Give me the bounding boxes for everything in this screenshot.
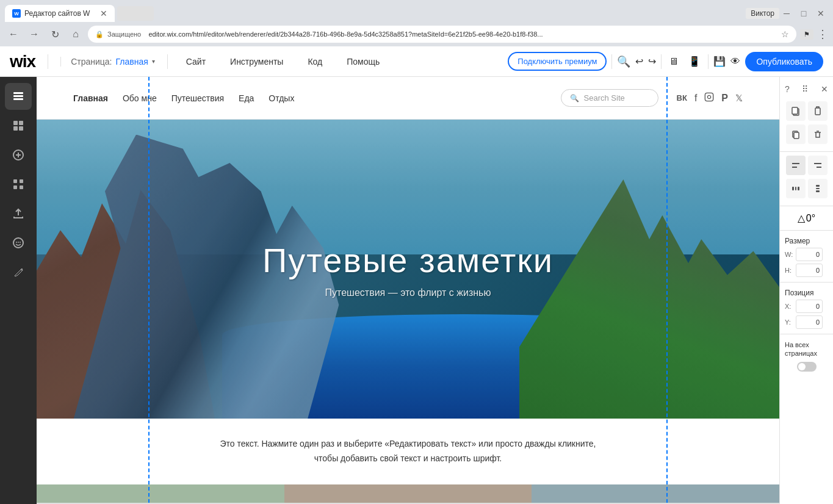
page-selector[interactable]: Страница: Главная ▾ xyxy=(60,57,155,67)
sidebar-apps-icon[interactable] xyxy=(5,171,32,198)
social-icons: ВК f P 𝕏 xyxy=(677,92,743,104)
y-input[interactable] xyxy=(796,315,823,329)
duplicate-button[interactable] xyxy=(786,124,806,144)
window-controls: ─ □ ✕ xyxy=(779,7,828,20)
publish-button[interactable]: Опубликовать xyxy=(745,52,823,71)
panel-duplicate-row xyxy=(786,124,828,144)
address-input[interactable]: 🔒 Защищено editor.wix.com/html/editor/we… xyxy=(88,26,796,43)
sidebar-pages-icon[interactable] xyxy=(5,83,32,110)
panel-grid-icon[interactable]: ⠿ xyxy=(802,84,808,94)
height-input[interactable] xyxy=(796,264,823,277)
tools-menu-button[interactable]: Инструменты xyxy=(224,53,289,70)
sidebar-elements-icon[interactable] xyxy=(5,112,32,139)
sidebar-chat-icon[interactable] xyxy=(5,229,32,256)
strip-item-1 xyxy=(37,484,284,503)
svg-rect-25 xyxy=(792,163,799,164)
desktop-view-button[interactable]: 🖥 xyxy=(666,54,681,70)
upgrade-button[interactable]: Подключить премиум xyxy=(508,52,607,71)
align-left-button[interactable] xyxy=(786,156,806,175)
svg-rect-27 xyxy=(814,163,821,164)
svg-rect-31 xyxy=(798,187,799,190)
tab-favicon: W xyxy=(12,9,21,18)
svg-point-16 xyxy=(18,242,19,243)
width-input-row: W: xyxy=(780,247,833,262)
code-menu-button[interactable]: Код xyxy=(301,53,328,70)
x-input[interactable] xyxy=(796,300,823,313)
bookmark-icon[interactable]: ☆ xyxy=(781,29,789,39)
distribute-v-button[interactable] xyxy=(808,179,828,198)
svg-rect-29 xyxy=(792,187,794,190)
facebook-icon[interactable]: f xyxy=(694,93,697,104)
svg-rect-10 xyxy=(13,179,17,183)
y-label: Y: xyxy=(785,319,793,326)
svg-rect-34 xyxy=(816,190,820,192)
twitter-icon[interactable]: 𝕏 xyxy=(735,93,743,104)
svg-rect-13 xyxy=(20,185,23,189)
svg-rect-33 xyxy=(816,188,820,189)
minimize-button[interactable]: ─ xyxy=(779,7,794,20)
canvas-area[interactable]: Главная Обо мне Путешествия Еда Отдых 🔍 … xyxy=(37,77,779,504)
panel-close-button[interactable]: ✕ xyxy=(821,84,828,94)
panel-rotation: △ 0° xyxy=(793,210,820,226)
copy-button[interactable] xyxy=(786,101,806,121)
instagram-icon[interactable] xyxy=(704,92,714,104)
maximize-button[interactable]: □ xyxy=(796,7,811,20)
extension-icon[interactable]: ⚑ xyxy=(800,29,813,40)
mobile-view-button[interactable]: 📱 xyxy=(686,53,703,70)
svg-point-15 xyxy=(16,242,17,243)
svg-rect-1 xyxy=(13,95,23,97)
svg-rect-2 xyxy=(13,98,23,100)
browser-menu-button[interactable]: ⋮ xyxy=(817,27,828,41)
undo-button[interactable]: ↩ xyxy=(635,56,643,67)
home-button[interactable]: ⌂ xyxy=(67,26,84,43)
toolbar-separator xyxy=(48,54,48,69)
strip-item-2 xyxy=(284,484,532,503)
width-input[interactable] xyxy=(796,248,823,261)
back-button[interactable]: ← xyxy=(5,26,22,43)
refresh-button[interactable]: ↻ xyxy=(46,26,63,43)
delete-button[interactable] xyxy=(808,124,828,144)
body-text-line1: Это текст. Нажмите один раз и выберите «… xyxy=(159,437,657,452)
panel-align-row-1 xyxy=(786,156,828,175)
panel-separator-2 xyxy=(780,206,833,206)
pinterest-icon[interactable]: P xyxy=(721,93,728,104)
search-icon: 🔍 xyxy=(570,94,579,103)
sidebar-add-icon[interactable] xyxy=(5,142,32,168)
on-all-pages-toggle-row xyxy=(792,361,821,373)
forward-button[interactable]: → xyxy=(26,26,43,43)
sidebar-upload-icon[interactable] xyxy=(5,200,32,227)
nav-about[interactable]: Обо мне xyxy=(123,93,157,103)
text-section[interactable]: Это текст. Нажмите один раз и выберите «… xyxy=(37,419,779,484)
svg-rect-32 xyxy=(816,185,820,187)
user-badge: Виктор xyxy=(746,8,779,19)
svg-rect-4 xyxy=(19,121,23,125)
address-bar: ← → ↻ ⌂ 🔒 Защищено editor.wix.com/html/e… xyxy=(0,22,833,46)
redo-button[interactable]: ↪ xyxy=(648,56,656,67)
site-search-box[interactable]: 🔍 Search Site xyxy=(561,89,658,107)
search-button[interactable]: 🔍 xyxy=(617,55,630,68)
on-all-pages-toggle[interactable] xyxy=(797,362,817,372)
save-button[interactable]: 💾 xyxy=(713,56,726,67)
wix-logo: wix xyxy=(10,52,35,71)
height-label: H: xyxy=(785,267,793,274)
nav-food[interactable]: Еда xyxy=(239,93,254,103)
panel-help-icon[interactable]: ? xyxy=(785,84,790,94)
site-menu-button[interactable]: Сайт xyxy=(180,53,212,70)
hero-section[interactable]: Путевые заметки Путешествия — это флирт … xyxy=(37,120,779,419)
sidebar-pen-icon[interactable] xyxy=(5,259,32,286)
paste-button[interactable] xyxy=(808,101,828,121)
page-label: Страница: xyxy=(71,57,112,67)
panel-align-row-2 xyxy=(786,179,828,198)
nav-home[interactable]: Главная xyxy=(73,93,108,103)
rotation-icon: △ xyxy=(798,212,805,224)
tab-close-button[interactable]: ✕ xyxy=(100,9,107,18)
close-button[interactable]: ✕ xyxy=(813,7,828,20)
preview-button[interactable]: 👁 xyxy=(730,56,740,67)
distribute-h-button[interactable] xyxy=(786,179,806,198)
align-right-button[interactable] xyxy=(808,156,828,175)
nav-travel[interactable]: Путешествия xyxy=(171,93,224,103)
vk-icon[interactable]: ВК xyxy=(677,93,687,103)
help-menu-button[interactable]: Помощь xyxy=(341,53,386,70)
nav-rest[interactable]: Отдых xyxy=(269,93,294,103)
browser-tab[interactable]: W Редактор сайтов W ✕ xyxy=(5,5,115,22)
